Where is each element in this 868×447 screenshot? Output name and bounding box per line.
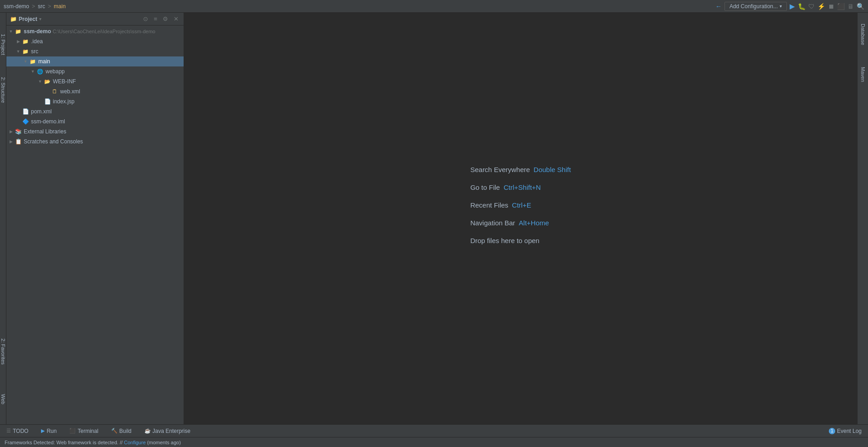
project-dropdown-icon[interactable]: ▾ <box>39 17 41 21</box>
bottom-tab-run[interactable]: ▶ Run <box>38 425 59 437</box>
run-icon-bottom: ▶ <box>41 428 45 434</box>
expand-arrow-ext-libs[interactable]: ▶ <box>8 129 14 134</box>
settings-icon[interactable]: ⚙ <box>161 15 169 23</box>
right-sidebar: Database Maven <box>857 13 868 424</box>
terminal-icon: ⬛ <box>69 428 76 434</box>
file-icon-web-xml: 🗒 <box>51 88 58 95</box>
file-tree: ▼ 📁 ssm-demo C:\Users\CaoChenLei\IdeaPro… <box>6 25 184 424</box>
welcome-shortcut-recent: Ctrl+E <box>512 201 531 209</box>
tree-item-index-jsp[interactable]: ▶ 📄 index.jsp <box>6 97 184 107</box>
breadcrumb-project[interactable]: ssm-demo <box>4 3 29 10</box>
hide-icon[interactable]: ✕ <box>172 15 180 23</box>
bottom-tab-terminal[interactable]: ⬛ Terminal <box>67 425 101 437</box>
tree-item-main[interactable]: ▼ 📁 main <box>6 56 184 66</box>
build-icon: 🔨 <box>111 428 118 434</box>
file-icon-index-jsp: 📄 <box>44 98 51 105</box>
back-icon[interactable]: ← <box>715 3 722 10</box>
expand-arrow-scratches[interactable]: ▶ <box>8 139 14 144</box>
folder-icon-ext-libs: 📚 <box>15 128 22 135</box>
tree-item-scratches[interactable]: ▶ 📋 Scratches and Consoles <box>6 137 184 147</box>
tree-label-ssm-demo: ssm-demo C:\Users\CaoChenLei\IdeaProject… <box>24 28 155 35</box>
expand-arrow-ssm-demo[interactable]: ▼ <box>8 29 14 34</box>
add-configuration-label: Add Configuration... <box>729 3 778 10</box>
run-icon[interactable]: ▶ <box>790 2 795 10</box>
left-sidebar: 1: Project 2: Structure 2: Favorites Web <box>0 13 6 424</box>
expand-arrow-src[interactable]: ▼ <box>15 49 21 54</box>
tree-item-ext-libs[interactable]: ▶ 📚 External Libraries <box>6 127 184 137</box>
tree-item-webapp[interactable]: ▼ 🌐 webapp <box>6 66 184 76</box>
todo-label: TODO <box>13 428 28 434</box>
bottom-tab-java-enterprise[interactable]: ☕ Java Enterprise <box>142 425 193 437</box>
welcome-row-search: Search Everywhere Double Shift <box>470 166 571 173</box>
folder-icon-ssm-demo: 📁 <box>15 28 22 35</box>
stop-icon[interactable]: ⏹ <box>828 3 834 10</box>
bottom-tab-bar: ☰ TODO ▶ Run ⬛ Terminal 🔨 Build ☕ Java E… <box>0 424 868 437</box>
folder-icon-web-inf: 📂 <box>44 78 51 85</box>
event-log-label: Event Log <box>837 428 862 434</box>
breadcrumb: ssm-demo > src > main <box>4 3 66 10</box>
bottom-tab-build[interactable]: 🔨 Build <box>108 425 134 437</box>
java-enterprise-label: Java Enterprise <box>153 428 190 434</box>
tree-label-web-xml: web.xml <box>60 88 80 95</box>
welcome-label-navbar: Navigation Bar <box>470 219 515 227</box>
folder-icon-webapp: 🌐 <box>36 68 44 75</box>
event-badge: 1 <box>829 428 835 434</box>
breadcrumb-sep2: > <box>48 3 51 10</box>
tab-maven[interactable]: Maven <box>859 65 867 84</box>
add-configuration-button[interactable]: Add Configuration... ▾ <box>724 2 787 11</box>
welcome-label-search: Search Everywhere <box>470 166 530 173</box>
breadcrumb-src[interactable]: src <box>38 3 45 10</box>
scope-icon[interactable]: ⊙ <box>142 15 149 23</box>
welcome-row-navbar: Navigation Bar Alt+Home <box>470 219 571 227</box>
tree-label-web-inf: WEB-INF <box>53 78 76 85</box>
sidebar-item-structure[interactable]: 2: Structure <box>0 72 6 108</box>
add-config-dropdown-icon[interactable]: ▾ <box>780 4 782 9</box>
tab-database[interactable]: Database <box>859 22 867 47</box>
expand-arrow-main[interactable]: ▼ <box>23 59 28 64</box>
terminal-label: Terminal <box>77 428 98 434</box>
sidebar-item-project[interactable]: 1: Project <box>0 26 6 63</box>
collapse-icon[interactable]: ≡ <box>152 15 159 23</box>
event-log-button[interactable]: 1 Event Log <box>826 425 864 437</box>
tree-item-ssm-demo[interactable]: ▼ 📁 ssm-demo C:\Users\CaoChenLei\IdeaPro… <box>6 26 184 36</box>
sidebar-item-favorites[interactable]: 2: Favorites <box>0 333 6 370</box>
tree-label-idea: .idea <box>31 38 43 45</box>
drop-text-label: Drop files here to open <box>470 237 539 244</box>
java-enterprise-icon: ☕ <box>144 428 151 434</box>
breadcrumb-main[interactable]: main <box>54 3 66 10</box>
debug-icon[interactable]: 🐛 <box>798 3 806 10</box>
expand-arrow-webapp[interactable]: ▼ <box>30 69 36 74</box>
search-everywhere-icon[interactable]: 🔍 <box>857 3 864 10</box>
coverage-icon[interactable]: 🛡 <box>808 3 815 10</box>
tree-item-src[interactable]: ▼ 📁 src <box>6 46 184 56</box>
expand-arrow-web-inf[interactable]: ▼ <box>37 79 43 84</box>
bottom-section: ☰ TODO ▶ Run ⬛ Terminal 🔨 Build ☕ Java E… <box>0 424 868 447</box>
sidebar-item-web[interactable]: Web <box>0 388 6 411</box>
tree-item-idea[interactable]: ▶ 📁 .idea <box>6 36 184 46</box>
file-icon-pom-xml: 📄 <box>22 108 29 115</box>
welcome-shortcut-navbar: Alt+Home <box>519 219 549 227</box>
tree-label-webapp: webapp <box>46 68 65 75</box>
project-panel: 📁 Project ▾ ⊙ ≡ ⚙ ✕ ▼ 📁 ssm-demo C:\User… <box>6 13 184 424</box>
profile-icon[interactable]: ⚡ <box>817 3 825 10</box>
status-text: Frameworks Detected: Web framework is de… <box>5 440 181 445</box>
tree-item-web-xml[interactable]: ▶ 🗒 web.xml <box>6 86 184 97</box>
folder-icon-main: 📁 <box>29 58 36 65</box>
build-label: Build <box>119 428 132 434</box>
welcome-shortcut-search: Double Shift <box>534 166 571 173</box>
window-icon[interactable]: ⬛ <box>837 3 845 10</box>
frame-icon[interactable]: 🖥 <box>847 3 854 10</box>
welcome-label-recent: Recent Files <box>470 201 508 209</box>
status-bar: Frameworks Detected: Web framework is de… <box>0 437 868 447</box>
tree-label-main: main <box>38 58 50 65</box>
tree-label-index-jsp: index.jsp <box>53 98 74 105</box>
tab-maven-label: Maven <box>860 67 866 82</box>
welcome-row-recent: Recent Files Ctrl+E <box>470 201 571 209</box>
expand-arrow-idea[interactable]: ▶ <box>15 39 21 44</box>
tree-item-pom-xml[interactable]: ▶ 📄 pom.xml <box>6 107 184 117</box>
tree-item-web-inf[interactable]: ▼ 📂 WEB-INF <box>6 76 184 86</box>
tree-item-ssm-iml[interactable]: ▶ 🔷 ssm-demo.iml <box>6 117 184 127</box>
tab-database-label: Database <box>860 24 866 45</box>
configure-link[interactable]: Configure <box>124 440 146 445</box>
bottom-tab-todo[interactable]: ☰ TODO <box>4 425 31 437</box>
